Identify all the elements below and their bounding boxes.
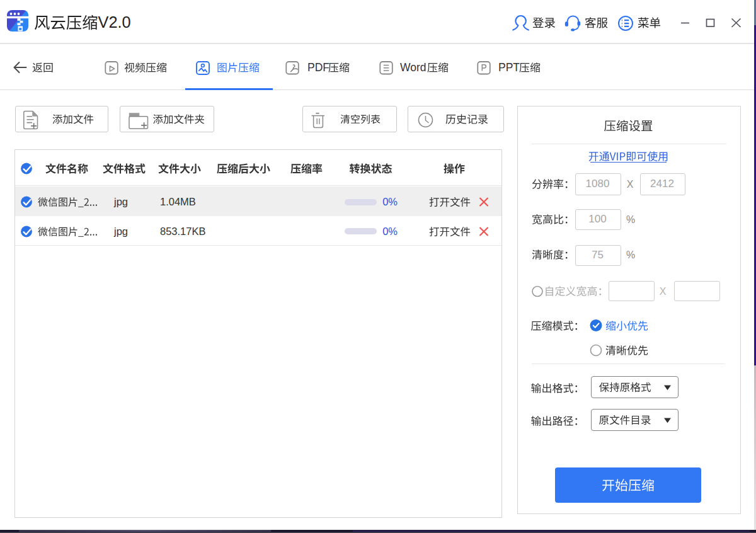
svg-text:PDF: PDF [307,61,329,74]
svg-text:V2.0: V2.0 [98,13,131,31]
svg-text:PPT: PPT [498,61,520,74]
svg-text:Word: Word [400,61,427,74]
